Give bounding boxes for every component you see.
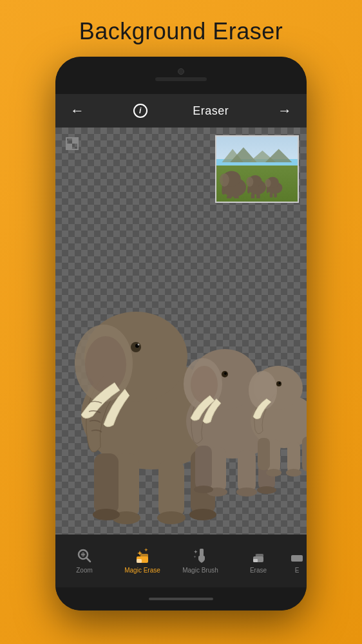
speaker — [155, 77, 207, 81]
back-button[interactable]: ← — [67, 102, 88, 119]
svg-rect-57 — [270, 193, 273, 198]
svg-rect-11 — [94, 453, 119, 515]
svg-rect-9 — [158, 460, 184, 518]
svg-point-14 — [189, 509, 216, 520]
phone-bottom-bezel — [55, 587, 307, 611]
canvas-area[interactable]: ↩ ↪ — [55, 128, 307, 535]
tab-extra[interactable]: E — [287, 535, 307, 587]
page-title: Background Eraser — [79, 18, 283, 45]
svg-rect-66 — [137, 559, 142, 563]
svg-point-56 — [265, 179, 271, 187]
svg-rect-68 — [198, 556, 205, 560]
svg-point-12 — [93, 509, 120, 520]
svg-point-24 — [236, 488, 257, 497]
header-title: Eraser — [193, 104, 229, 118]
magic-erase-icon — [134, 547, 151, 564]
svg-rect-47 — [227, 195, 232, 198]
svg-rect-39 — [302, 437, 307, 471]
svg-point-10 — [157, 511, 186, 524]
extra-tab-label: E — [295, 567, 300, 574]
erase-tab-label: Erase — [250, 567, 267, 574]
svg-rect-65 — [140, 554, 148, 558]
tab-erase[interactable]: Erase — [229, 535, 287, 587]
svg-rect-36 — [287, 442, 300, 473]
svg-rect-71 — [253, 559, 258, 562]
svg-rect-25 — [195, 446, 212, 489]
svg-point-26 — [194, 486, 213, 493]
svg-rect-70 — [256, 554, 263, 557]
phone-frame: ← i Eraser → — [55, 57, 307, 611]
svg-rect-38 — [258, 438, 270, 470]
svg-point-3 — [85, 336, 126, 393]
thumbnail-preview — [215, 135, 299, 203]
forward-button[interactable]: → — [274, 102, 295, 119]
svg-point-46 — [220, 174, 229, 187]
svg-point-37 — [286, 469, 301, 477]
svg-rect-53 — [256, 194, 260, 198]
svg-point-28 — [257, 486, 276, 494]
svg-point-33 — [279, 383, 281, 384]
tab-magic-brush[interactable]: Magic Brush — [171, 535, 229, 587]
tab-magic-erase[interactable]: Magic Erase — [113, 535, 171, 587]
erase-icon — [250, 547, 267, 564]
svg-rect-58 — [274, 193, 277, 198]
info-button[interactable]: i — [133, 104, 148, 118]
camera — [178, 68, 184, 75]
zoom-tab-label: Zoom — [76, 567, 93, 574]
magic-brush-tab-label: Magic Brush — [182, 567, 218, 574]
zoom-icon — [76, 547, 93, 564]
extra-icon — [289, 547, 305, 564]
tab-bar: Zoom Magic Erase — [55, 535, 307, 587]
svg-point-6 — [138, 344, 140, 346]
svg-line-61 — [87, 558, 91, 562]
svg-point-20 — [224, 372, 227, 375]
magic-erase-tab-label: Magic Erase — [124, 567, 160, 574]
svg-rect-73 — [291, 555, 303, 562]
thumb-elephant-silhouettes — [216, 156, 298, 198]
svg-point-51 — [246, 177, 253, 187]
svg-rect-52 — [251, 193, 255, 198]
svg-rect-23 — [238, 450, 256, 492]
svg-rect-48 — [234, 196, 239, 198]
magic-brush-icon — [192, 547, 209, 564]
app-header: ← i Eraser → — [55, 94, 307, 128]
svg-point-18 — [191, 366, 218, 403]
tab-zoom[interactable]: Zoom — [55, 535, 113, 587]
phone-top-bezel — [55, 57, 307, 94]
svg-rect-67 — [200, 549, 204, 556]
svg-point-35 — [266, 469, 281, 477]
home-indicator — [149, 598, 213, 600]
